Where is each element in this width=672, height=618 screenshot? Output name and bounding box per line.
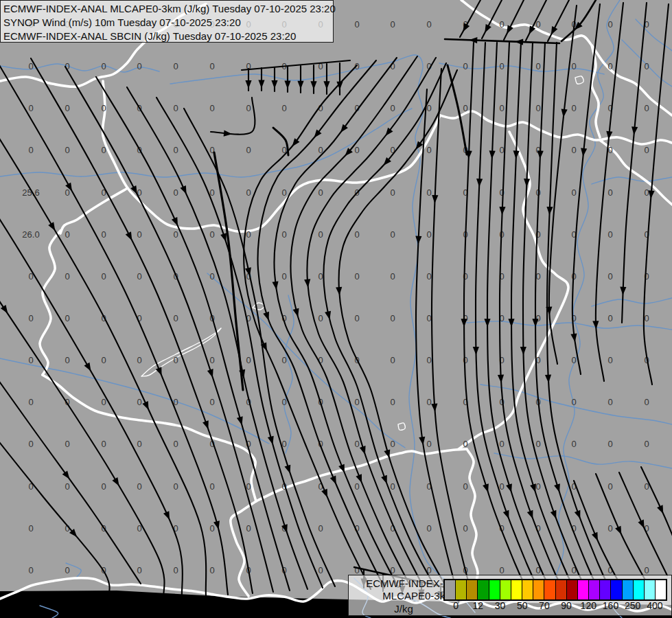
- colorbar-tick-label: 50: [517, 600, 528, 611]
- sbcin-zero-label: 0: [101, 439, 106, 449]
- sbcin-zero-label: 0: [65, 313, 69, 323]
- sbcin-zero-label: 0: [571, 61, 576, 71]
- sbcin-zero-label: 0: [463, 103, 467, 113]
- sbcin-zero-label: 0: [318, 313, 323, 323]
- sbcin-zero-label: 0: [571, 103, 576, 113]
- sbcin-zero-label: 0: [535, 103, 540, 113]
- sbcin-zero-label: 0: [499, 565, 504, 575]
- sbcin-zero-label: 0: [101, 397, 106, 407]
- sbcin-zero-label: 0: [463, 355, 467, 365]
- sbcin-zero-label: 0: [426, 229, 431, 240]
- sbcin-zero-label: 0: [499, 61, 504, 71]
- sbcin-zero-label: 0: [499, 439, 504, 449]
- colorbar-cell: [489, 580, 500, 599]
- colorbar-cell: [544, 580, 555, 599]
- sbcin-zero-label: 0: [426, 397, 431, 407]
- sbcin-zero-label: 0: [65, 187, 69, 198]
- colorbar-cell: [445, 580, 456, 599]
- sbcin-zero-label: 0: [354, 397, 359, 407]
- colorbar-tick-label: 70: [539, 600, 550, 611]
- sbcin-zero-label: 0: [607, 313, 612, 323]
- sbcin-zero-label: 0: [246, 229, 251, 240]
- sbcin-zero-label: 0: [354, 481, 359, 492]
- sbcin-zero-label: 0: [499, 19, 504, 30]
- sbcin-zero-label: 0: [354, 439, 359, 449]
- weather-map-app: 0000000000000000000000000000000000000000…: [0, 0, 672, 618]
- sbcin-zero-label: 0: [173, 145, 178, 155]
- sbcin-zero-label: 0: [390, 355, 395, 365]
- sbcin-zero-label: 0: [571, 145, 576, 155]
- sbcin-zero-label: 0: [246, 187, 251, 198]
- sbcin-zero-label: 0: [28, 355, 33, 365]
- sbcin-zero-label: 0: [463, 523, 467, 534]
- sbcin-zero-label: 0: [137, 397, 141, 407]
- sbcin-zero-label: 0: [28, 439, 33, 449]
- sbcin-zero-label: 0: [354, 229, 359, 240]
- sbcin-zero-label: 0: [390, 187, 395, 198]
- sbcin-zero-label: 0: [173, 187, 178, 198]
- sbcin-zero-label: 0: [173, 103, 178, 113]
- sbcin-zero-label: 0: [173, 439, 178, 449]
- colorbar-tick-label: 160: [603, 600, 618, 611]
- colorbar-tick-label: 250: [625, 600, 640, 611]
- title-line-sbcin: ECMWF-INDEX-ANAL SBCIN (J/kg) Tuesday 07…: [3, 30, 333, 43]
- sbcin-zero-label: 0: [246, 355, 251, 365]
- colorbar-cell: [556, 580, 567, 599]
- sbcin-zero-label: 0: [318, 229, 323, 240]
- sbcin-zero-label: 0: [571, 439, 576, 449]
- sbcin-zero-label: 0: [463, 439, 467, 449]
- sbcin-zero-label: 0: [535, 439, 540, 449]
- sbcin-zero-label: 0: [65, 355, 69, 365]
- colorbar-cell: [467, 580, 478, 599]
- sbcin-zero-label: 0: [173, 229, 178, 240]
- sbcin-zero-label: 0: [137, 355, 141, 365]
- sbcin-zero-label: 0: [281, 103, 286, 113]
- colorbar-cell: [533, 580, 544, 599]
- sbcin-zero-label: 0: [571, 397, 576, 407]
- sbcin-zero-label: 0: [318, 523, 323, 534]
- sbcin-zero-label: 0: [426, 19, 431, 30]
- sbcin-zero-label: 0: [281, 397, 286, 407]
- sbcin-zero-label: 0: [137, 271, 141, 282]
- colorbar-tick-label: 400: [647, 600, 662, 611]
- sbcin-zero-label: 0: [607, 523, 612, 534]
- sbcin-zero-label: 0: [644, 145, 649, 155]
- sbcin-zero-label: 0: [209, 61, 214, 71]
- title-line-mlcape: ECMWF-INDEX-ANAL MLCAPE0-3km (J/kg) Tues…: [3, 2, 333, 16]
- colorbar-cell: [645, 580, 656, 599]
- sbcin-zero-label: 0: [281, 187, 286, 198]
- sbcin-zero-label: 0: [209, 103, 214, 113]
- sbcin-zero-label: 0: [65, 145, 69, 155]
- sbcin-zero-label: 0: [281, 355, 286, 365]
- colorbar-cell: [478, 580, 489, 599]
- sbcin-zero-label: 0: [209, 229, 214, 240]
- sbcin-zero-label: 0: [318, 187, 323, 198]
- colorbar-cell: [611, 580, 622, 599]
- sbcin-zero-label: 0: [209, 481, 214, 492]
- sbcin-zero-label: 0: [101, 103, 106, 113]
- sbcin-zero-label: 0: [28, 103, 33, 113]
- sbcin-zero-label: 0: [390, 313, 395, 323]
- sbcin-zero-label: 0: [101, 481, 106, 492]
- map-canvas: 0000000000000000000000000000000000000000…: [0, 0, 672, 618]
- sbcin-zero-label: 0: [644, 187, 649, 198]
- sbcin-zero-label: 0: [607, 187, 612, 198]
- sbcin-zero-label: 0: [28, 313, 33, 323]
- sbcin-zero-label: 0: [644, 397, 649, 407]
- sbcin-zero-label: 0: [644, 439, 649, 449]
- sbcin-zero-label: 0: [65, 229, 69, 240]
- sbcin-zero-label: 0: [28, 145, 33, 155]
- sbcin-zero-label: 0: [463, 481, 467, 492]
- title-block: ECMWF-INDEX-ANAL MLCAPE0-3km (J/kg) Tues…: [0, 0, 334, 43]
- sbcin-zero-label: 0: [426, 271, 431, 282]
- sbcin-zero-label: 0: [281, 229, 286, 240]
- sbcin-zero-label: 0: [607, 271, 612, 282]
- sbcin-zero-label: 0: [173, 61, 178, 71]
- sbcin-zero-label: 0: [65, 565, 69, 575]
- sbcin-zero-label: 0: [28, 523, 33, 534]
- sbcin-zero-label: 0: [390, 481, 395, 492]
- sbcin-zero-label: 0: [499, 481, 504, 492]
- sbcin-zero-label: 0: [354, 313, 359, 323]
- sbcin-zero-label: 0: [607, 481, 612, 492]
- title-line-synop-wind: SYNOP Wind (m/s) 10m Tuesday 07-10-2025 …: [3, 16, 333, 30]
